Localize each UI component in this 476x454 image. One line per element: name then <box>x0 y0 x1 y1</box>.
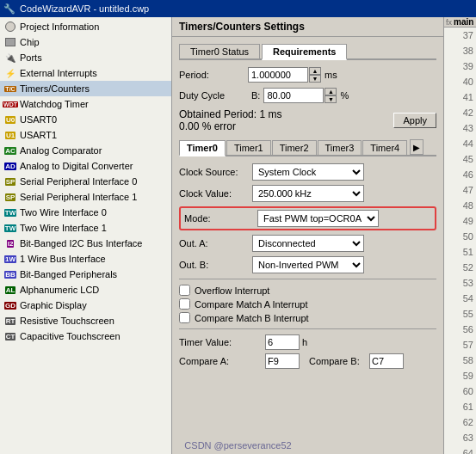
sidebar-item-spi0[interactable]: SP Serial Peripheral Interface 0 <box>0 174 171 189</box>
sidebar-item-bbperiph[interactable]: BB Bit-Banged Peripherals <box>0 267 171 282</box>
clock-value-select[interactable]: 250.000 kHz <box>252 185 364 202</box>
compare-b-label: Compare Match B Interrupt <box>195 313 309 323</box>
line-num-63: 63 <box>444 430 476 445</box>
line-numbers: 3738394041424344454647484950515253545556… <box>444 28 476 454</box>
out-b-select[interactable]: Non-Inverted PWM <box>252 256 364 273</box>
sidebar-item-usart1[interactable]: U1 USART1 <box>0 127 171 143</box>
line-num-40: 40 <box>444 74 476 89</box>
sidebar-item-usart0[interactable]: U0 USART0 <box>0 112 171 127</box>
period-spin-up[interactable]: ▲ <box>309 67 321 75</box>
sidebar-item-ext-interrupts[interactable]: ⚡ External Interrupts <box>0 65 171 81</box>
mode-select[interactable]: Fast PWM top=OCR0A <box>257 210 379 227</box>
gfx-icon: GD <box>3 298 17 312</box>
comp-icon: AC <box>3 144 17 157</box>
line-num-60: 60 <box>444 383 476 399</box>
compare-b-label2: Compare B: <box>309 356 369 366</box>
sidebar-item-alphanumeric-lcd[interactable]: AL Alphanumeric LCD <box>0 282 171 298</box>
bb-icon: BB <box>3 267 17 281</box>
sidebar-item-analog-comp[interactable]: AC Analog Comparator <box>0 143 171 158</box>
overflow-interrupt-checkbox[interactable] <box>179 285 190 296</box>
line-num-53: 53 <box>444 275 476 291</box>
sidebar-item-resistive-touch[interactable]: RT Resistive Touchscreen <box>0 313 171 328</box>
sidebar-item-ports[interactable]: 🔌 Ports <box>0 50 171 65</box>
line-num-58: 58 <box>444 353 476 368</box>
sidebar-item-bbi2c[interactable]: I2 Bit-Banged I2C Bus Interface <box>0 236 171 251</box>
tab-requirements[interactable]: Requirements <box>262 44 347 60</box>
timer-icon: T/C <box>3 82 17 95</box>
twi1-icon: TW <box>3 221 17 235</box>
duty-cycle-unit: % <box>340 90 349 101</box>
obtained-line1: Obtained Period: 1 ms <box>179 108 393 120</box>
res-touch-icon: RT <box>3 314 17 328</box>
sidebar-item-spi1[interactable]: SP Serial Peripheral Interface 1 <box>0 189 171 205</box>
overflow-interrupt-row: Overflow Interrupt <box>179 285 436 296</box>
sidebar-item-chip[interactable]: Chip <box>0 34 171 50</box>
line-num-42: 42 <box>444 105 476 120</box>
sidebar-item-timers[interactable]: T/C Timers/Counters <box>0 81 171 96</box>
line-num-51: 51 <box>444 244 476 260</box>
timer-value-unit: h <box>302 337 307 347</box>
right-panel-header: fx main <box>444 17 476 28</box>
duty-cycle-spin-input: ▲ ▼ <box>263 88 337 103</box>
tab-timer0-status[interactable]: Timer0 Status <box>179 44 260 58</box>
line-num-56: 56 <box>444 322 476 337</box>
out-a-select[interactable]: Disconnected <box>252 235 364 252</box>
tab-timer3[interactable]: Timer3 <box>318 140 362 155</box>
compare-a-input[interactable] <box>265 353 300 369</box>
sidebar-item-graphic-display[interactable]: GD Graphic Display <box>0 298 171 313</box>
sidebar: Project Information Chip 🔌 Ports ⚡ Exter… <box>0 17 172 454</box>
sidebar-item-1wire[interactable]: 1W 1 Wire Bus Interface <box>0 251 171 267</box>
overflow-interrupt-label: Overflow Interrupt <box>195 285 269 296</box>
line-num-61: 61 <box>444 399 476 414</box>
compare-b-checkbox[interactable] <box>179 312 190 323</box>
timer-value-row: Timer Value: h <box>179 334 436 350</box>
period-spin-down[interactable]: ▼ <box>309 75 321 83</box>
compare-b-row: Compare Match B Interrupt <box>179 312 436 323</box>
fx-label: fx <box>446 18 452 27</box>
compare-b-input[interactable] <box>369 353 404 369</box>
duty-cycle-input[interactable] <box>263 88 324 103</box>
period-spin-input: ▲ ▼ <box>248 67 321 83</box>
line-num-50: 50 <box>444 229 476 244</box>
tab-timer0[interactable]: Timer0 <box>179 140 226 156</box>
line-num-48: 48 <box>444 198 476 213</box>
line-num-59: 59 <box>444 368 476 383</box>
tab-timer4[interactable]: Timer4 <box>362 140 407 155</box>
ext-int-icon: ⚡ <box>3 66 17 80</box>
period-input[interactable] <box>248 67 308 83</box>
line-num-44: 44 <box>444 136 476 151</box>
sidebar-item-adc[interactable]: AD Analog to Digital Converter <box>0 158 171 174</box>
sidebar-item-capacitive-touch[interactable]: CT Capacitive Touchscreen <box>0 328 171 344</box>
title-bar: 🔧 CodeWizardAVR - untitled.cwp <box>0 0 476 17</box>
info-icon <box>3 20 17 34</box>
spi1-icon: SP <box>3 190 17 204</box>
sidebar-item-twi0[interactable]: TW Two Wire Interface 0 <box>0 205 171 220</box>
clock-source-select[interactable]: System Clock <box>252 163 364 181</box>
compare-a-label2: Compare A: <box>179 356 265 366</box>
period-label: Period: <box>179 70 248 80</box>
duty-cycle-spin-down[interactable]: ▼ <box>325 95 337 103</box>
apply-button[interactable]: Apply <box>393 113 436 128</box>
compare-a-checkbox[interactable] <box>179 298 190 310</box>
duty-cycle-label: Duty Cycle <box>179 90 248 101</box>
duty-cycle-spin-up[interactable]: ▲ <box>325 88 337 95</box>
line-num-62: 62 <box>444 414 476 430</box>
sidebar-item-watchdog[interactable]: WDT Watchdog Timer <box>0 96 171 112</box>
sidebar-item-twi1[interactable]: TW Two Wire Interface 1 <box>0 220 171 236</box>
timer-value-input[interactable] <box>265 334 300 350</box>
twi0-icon: TW <box>3 206 17 219</box>
right-panel: fx main 37383940414243444546474849505152… <box>443 17 476 454</box>
obtained-row: Obtained Period: 1 ms 0.00 % error Apply <box>179 108 436 132</box>
timer-tab-row: Timer0 Timer1 Timer2 Timer3 Timer4 ▶ <box>179 139 436 156</box>
adc-icon: AD <box>3 159 17 173</box>
tab-timer1[interactable]: Timer1 <box>226 140 271 155</box>
out-a-row: Out. A: Disconnected <box>179 235 436 252</box>
out-a-label: Out. A: <box>179 238 252 248</box>
clock-value-label: Clock Value: <box>179 188 252 199</box>
line-num-41: 41 <box>444 89 476 105</box>
timer-tab-scroll-right[interactable]: ▶ <box>410 139 423 155</box>
sidebar-item-project-info[interactable]: Project Information <box>0 19 171 34</box>
tab-timer2[interactable]: Timer2 <box>272 140 317 155</box>
line-num-46: 46 <box>444 167 476 182</box>
out-b-row: Out. B: Non-Inverted PWM <box>179 256 436 273</box>
